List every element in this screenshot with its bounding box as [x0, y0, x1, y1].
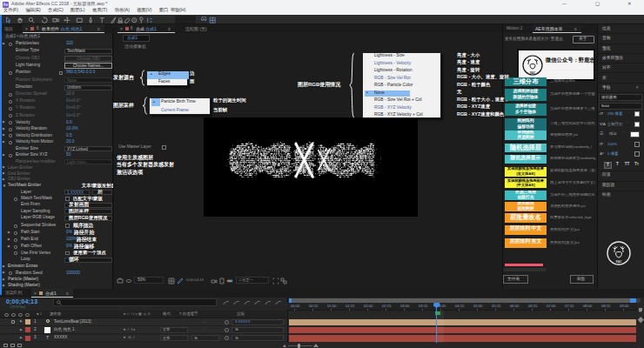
script-scrollbar[interactable] [503, 268, 547, 271]
layer-name[interactable]: TextLorreBeat [2013] [54, 320, 91, 325]
menu-item-5[interactable]: 效果(T) [92, 8, 107, 12]
layer-bar-1[interactable] [289, 319, 636, 326]
property-dropdown[interactable]: XYZ Linkedˇ [64, 146, 112, 151]
property-button[interactable]: Choose OBJ [64, 56, 112, 62]
ec-row-layer-rgb-usage[interactable]: Layer RGB Usageˇ图层RGB使用情况 [0, 215, 113, 222]
ec-row-velocity-random[interactable]: ▶Velocity Random10.0% [0, 126, 113, 133]
expand-switches-icon[interactable] [3, 344, 8, 347]
expand-arrow-icon[interactable]: ▶ [3, 43, 5, 46]
camera-icon[interactable] [211, 278, 218, 284]
snapshot-icon[interactable] [117, 278, 124, 284]
script-button-6[interactable]: 随机选择层 [505, 144, 547, 152]
menu-item-4[interactable]: 图层(L) [70, 8, 85, 12]
ec-row-loop[interactable]: Loopˇ循环 [0, 257, 113, 264]
roi-icon[interactable] [272, 278, 279, 284]
ec-row-position[interactable]: Position960.0,540.0,0.0 [0, 70, 113, 77]
layer-name[interactable]: XXXXX [54, 336, 67, 340]
property-dropdown[interactable]: Uniformˇ [64, 85, 112, 90]
script-button-14[interactable]: 层层排列 英文 [505, 238, 547, 249]
rotation-icon[interactable] [41, 17, 49, 24]
ec-row-layer[interactable]: Layer1.XXXXXˇˇ层 [0, 190, 113, 197]
tab-motion2[interactable]: Motion 2 [506, 27, 522, 31]
layer-row-3[interactable]: ▶3TXXXXX♦ ⊙ ∕正常ˇ无ˇ无ˇ [0, 335, 287, 343]
expand-arrow-icon[interactable]: ▶ [8, 245, 10, 249]
script-button-7[interactable]: 随机选择显示 [505, 155, 547, 164]
layer-label-swatch[interactable] [25, 336, 30, 341]
menu-item-3[interactable]: 合成(C) [48, 8, 64, 12]
script-button-12[interactable]: 层批量改名 [505, 213, 547, 223]
property-value[interactable]: 0% [66, 244, 72, 249]
timeline-tab-close-icon[interactable]: × [34, 291, 37, 296]
work-area-start-handle[interactable] [289, 298, 292, 303]
ec-row-position-subsystem[interactable]: Position SubsystemNoneˇ [0, 77, 113, 84]
stopwatch-icon[interactable] [9, 114, 12, 117]
expand-arrow-icon[interactable]: ▶ [3, 265, 5, 269]
property-value[interactable]: 20.0 [66, 92, 74, 97]
property-dropdown[interactable]: 1.XXXXXˇ [64, 190, 90, 195]
layer-row-1[interactable]: ▶1TextLorreBeat [2013]-3.XXXXXˇ [0, 318, 287, 326]
ec-row-path-offset[interactable]: ▶Path Offset0%路径偏移 [0, 244, 113, 251]
snap-icon[interactable] [200, 17, 208, 24]
expand-arrow-icon[interactable]: ▶ [3, 141, 5, 144]
property-value[interactable]: 20.0 [66, 140, 74, 144]
zoom-slider-track[interactable] [288, 345, 312, 346]
camera-icon[interactable] [52, 17, 60, 24]
layer-expand-arrow-icon[interactable]: ▶ [20, 329, 23, 331]
script-button-4[interactable]: 图层阵列偏移动画 [505, 118, 547, 130]
expand-arrow-icon[interactable]: ▶ [3, 121, 5, 124]
property-value[interactable]: 100% [66, 238, 77, 242]
stroke-row-label[interactable]: 描边 [609, 132, 617, 136]
stopwatch-icon[interactable] [9, 128, 12, 131]
expand-arrow-icon[interactable]: ▶ [8, 231, 10, 235]
script-button-10[interactable]: 所选三维层创建灯光 [505, 191, 547, 200]
close-button[interactable]: ✕ [627, 2, 632, 7]
expand-arrow-icon[interactable]: ▶ [3, 154, 5, 157]
layer-label-swatch[interactable] [25, 327, 30, 332]
stopwatch-icon[interactable] [9, 141, 12, 144]
expand-arrow-icon[interactable]: ▶ [3, 271, 5, 275]
text-style-button-4[interactable]: Tт [633, 162, 641, 169]
menu-item-7[interactable]: 视图(V) [137, 8, 151, 12]
playhead-line[interactable] [436, 303, 437, 343]
property-value[interactable]: 10.0% [66, 127, 78, 131]
brainstorm-icon[interactable] [254, 299, 261, 306]
property-value[interactable]: 0.5 [66, 134, 72, 138]
lock-icon[interactable] [11, 320, 15, 324]
stopwatch-icon[interactable] [9, 134, 12, 137]
stopwatch-icon[interactable] [9, 71, 12, 75]
pan-behind-icon[interactable] [64, 17, 71, 24]
zoom-out-mountain-icon[interactable] [283, 345, 286, 347]
viewer-timecode[interactable]: 0;00;04;13 [186, 278, 204, 282]
property-dropdown[interactable]: Text/Maskˇ [64, 49, 112, 54]
tab-flowchart[interactable]: 流程图 (无) [185, 27, 207, 31]
menu-item-6[interactable]: 动画(A) [115, 8, 130, 12]
stopwatch-icon[interactable] [9, 43, 12, 46]
layer-row-2[interactable]: ▶2白色 纯色 1♦ ∕ fx正常ˇ-无ˇ [0, 326, 287, 334]
layer-expand-arrow-icon[interactable]: ▶ [20, 320, 23, 323]
draft3d-icon[interactable] [265, 299, 272, 306]
expand-arrow-icon[interactable]: ▶ [3, 178, 5, 182]
grid-icon[interactable] [209, 17, 217, 24]
selection-icon[interactable] [4, 17, 12, 24]
ec-row-emit-from[interactable]: Emit Fromˇ发射画面 [0, 202, 113, 209]
hand-icon[interactable] [17, 17, 24, 24]
puppet-pin-icon[interactable] [138, 17, 145, 24]
property-value[interactable]: 0x+0.0° [66, 114, 80, 118]
layer-expand-arrow-icon[interactable]: ▶ [20, 337, 23, 339]
ec-panel-menu-icon[interactable]: ≡ [97, 27, 100, 31]
property-value[interactable]: 100000 [66, 271, 80, 276]
ec-row-emission-extras[interactable]: ▶Emission Extras [0, 264, 113, 271]
expand-inout-icon[interactable] [17, 344, 22, 347]
menu-item-8[interactable]: 窗口 [159, 8, 168, 12]
ec-row-emitter-size[interactable]: Emitter SizeXYZ Linkedˇ [0, 146, 113, 153]
text-style-button-1[interactable]: T [604, 162, 612, 169]
expand-arrow-icon[interactable]: ▶ [8, 238, 10, 242]
work-area-bar[interactable] [291, 298, 632, 303]
rectangle-icon[interactable] [76, 17, 84, 24]
stopwatch-icon[interactable] [9, 107, 12, 110]
ec-row-velocity-distribution[interactable]: ▶Velocity Distribution0.5 [0, 133, 113, 140]
script-tab-menu-icon[interactable]: ≡ [574, 27, 577, 31]
stroke-color-swatch[interactable] [630, 131, 640, 137]
zoom-slider-handle[interactable] [298, 344, 300, 348]
ec-row-direction[interactable]: DirectionUniformˇ [0, 84, 113, 91]
